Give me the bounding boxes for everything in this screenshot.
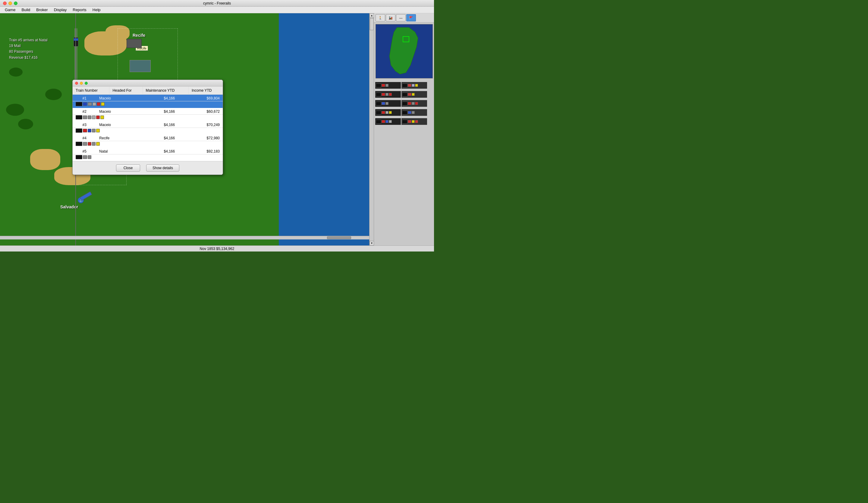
train-sprite-row-2 [73,115,223,122]
minimap-btn-train[interactable]: 🚂 [386,14,395,21]
train-thumb-2 [375,91,401,98]
menubar: Game Build Broker Display Reports Help [0,7,434,13]
vertical-scrollbar[interactable]: ▲ ▼ [369,13,374,245]
train-row-2[interactable]: #2 Maceio $4,166 $60,672 [73,108,223,115]
menu-display[interactable]: Display [52,7,69,13]
show-details-button[interactable]: Show details [146,164,179,172]
dialog-minimize-light[interactable] [80,82,83,85]
status-text: Nov 1853 $5,134,962 [200,247,235,251]
train-data-table: #1 Maceio $4,166 $69,804 #2 Maceio $4,16… [73,95,223,161]
scroll-down-btn[interactable]: ▼ [370,241,374,245]
notification-panel: Train #5 arrives at Natal 19 Mail 80 Pas… [9,38,48,61]
train-thumbnail-panel [374,80,434,127]
train-thumb-row-1 [375,81,433,90]
col-train-number: Train Number [73,86,110,95]
menu-build[interactable]: Build [19,7,32,13]
scroll-up-btn[interactable]: ▲ [370,13,374,18]
dialog-footer: Close Show details [73,161,223,175]
minimap-map [382,26,427,76]
menu-game[interactable]: Game [2,7,18,13]
train-thumb-4 [375,109,401,116]
terrain-forest-2 [18,119,33,130]
notification-line3: 80 Passengers [9,49,48,54]
maximize-button[interactable] [14,1,18,5]
titlebar: cymric - Freerails [0,0,434,7]
table-body: #1 Maceio $4,166 $69,804 #2 Maceio $4,16… [73,95,223,161]
table-header: Train Number Headed For Maintenance YTD … [73,86,223,95]
dialog-maximize-light[interactable] [85,82,88,85]
close-button[interactable]: Close [116,164,140,172]
train-row-4[interactable]: #4 Recife $4,166 $72,980 [73,134,223,141]
recife-buildings [127,39,142,48]
train-list-dialog: Train Number Headed For Maintenance YTD … [72,80,223,175]
dialog-close-light[interactable] [75,82,78,85]
train-thumb-row-3 [375,99,433,107]
game-area: Recife Recife Salvador ⚓ Train #5 arrive… [0,13,434,245]
scroll-thumb[interactable] [370,18,374,30]
table-scroll-area[interactable]: #1 Maceio $4,166 $69,804 #2 Maceio $4,16… [73,95,223,161]
scroll-track[interactable] [370,18,374,30]
train-sprite-map-3 [80,192,92,201]
train-row-5[interactable]: #5 Natal $4,166 $92,183 [73,148,223,154]
minimize-button[interactable] [8,1,12,5]
window-title: cymric - Freerails [203,1,231,6]
terrain-sand-3 [30,149,60,170]
statusbar: Nov 1853 $5,134,962 [0,245,434,252]
menu-broker[interactable]: Broker [34,7,50,13]
col-headed-for: Headed For [110,86,143,95]
terrain-forest-3 [45,89,62,100]
map-selection-rect [117,28,178,81]
notification-line2: 19 Mail [9,43,48,49]
train-thumb-row-5 [375,117,433,126]
notification-line1: Train #5 arrives at Natal [9,38,48,43]
train-thumb-3 [375,100,401,107]
menu-help[interactable]: Help [90,7,103,13]
train-sprite-map [74,38,79,47]
terrain-forest-4 [9,68,23,76]
terrain-forest [6,104,24,116]
right-panel: 🚶 🚂 — 🚩 [374,13,434,245]
minimap-btn-flag[interactable]: 🚩 [406,14,416,21]
train-thumb-1b [402,82,427,89]
col-maintenance: Maintenance YTD [143,86,188,95]
train-row-3[interactable]: #3 Maceio $4,166 $70,249 [73,121,223,128]
minimap-btn-dash[interactable]: — [396,14,406,21]
minimap-btn-walk[interactable]: 🚶 [375,14,385,21]
close-button[interactable] [3,1,7,5]
svg-marker-0 [389,28,418,74]
dialog-titlebar [73,80,223,86]
notification-line4: Revenue $17,416 [9,55,48,61]
train-sprite-row-3 [73,128,223,135]
col-income: Income YTD [188,86,223,95]
train-thumb-5b [402,118,427,125]
train-thumb-row-4 [375,108,433,117]
train-sprite-row-1 [73,101,223,108]
train-thumb-3b [402,100,427,107]
train-sprite-row-5 [73,154,223,161]
train-thumb-2b [402,91,427,98]
train-thumb-5 [375,118,401,125]
traffic-lights [3,1,18,5]
train-table: Train Number Headed For Maintenance YTD … [73,86,223,95]
train-sprite-row-4 [73,141,223,148]
city-recife: Recife [133,33,145,38]
train-thumb-1 [375,82,401,89]
ocean-water [279,13,369,245]
minimap-toolbar: 🚶 🚂 — 🚩 [374,13,434,23]
train-row-1[interactable]: #1 Maceio $4,166 $69,804 [73,95,223,101]
minimap[interactable] [375,24,433,79]
horizontal-scrollbar[interactable] [0,236,369,239]
train-map-view [130,60,151,72]
menu-reports[interactable]: Reports [70,7,89,13]
train-thumb-row-2 [375,90,433,99]
dialog-body: Train Number Headed For Maintenance YTD … [73,86,223,161]
train-thumb-4b [402,109,427,116]
h-scroll-thumb[interactable] [327,236,351,239]
